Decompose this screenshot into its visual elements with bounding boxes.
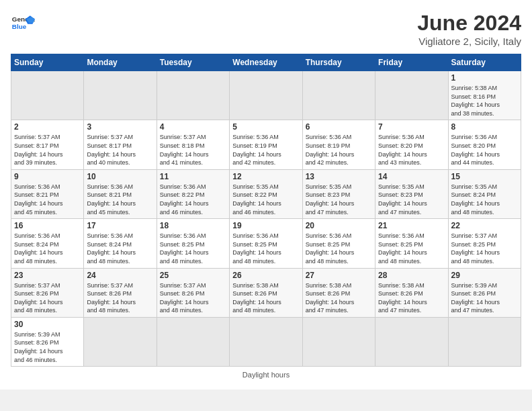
col-monday: Monday: [84, 54, 157, 71]
calendar-cell: 18Sunrise: 5:36 AM Sunset: 8:25 PM Dayli…: [157, 219, 229, 268]
day-info: Sunrise: 5:36 AM Sunset: 8:25 PM Dayligh…: [232, 232, 299, 265]
day-number: 21: [378, 221, 445, 230]
day-info: Sunrise: 5:36 AM Sunset: 8:21 PM Dayligh…: [87, 183, 153, 216]
logo: General Blue: [11, 11, 35, 35]
calendar-cell: 9Sunrise: 5:36 AM Sunset: 8:21 PM Daylig…: [11, 169, 84, 218]
calendar-cell: 5Sunrise: 5:36 AM Sunset: 8:19 PM Daylig…: [230, 120, 302, 169]
day-info: Sunrise: 5:36 AM Sunset: 8:19 PM Dayligh…: [306, 133, 372, 167]
day-number: 1: [451, 73, 518, 83]
calendar-cell: [230, 317, 302, 366]
day-info: Sunrise: 5:36 AM Sunset: 8:21 PM Dayligh…: [14, 183, 81, 216]
month-title: June 2024: [417, 11, 521, 36]
day-number: 22: [451, 221, 518, 230]
svg-text:Blue: Blue: [12, 23, 27, 30]
day-number: 29: [451, 271, 518, 280]
day-number: 7: [378, 122, 445, 132]
calendar-cell: 19Sunrise: 5:36 AM Sunset: 8:25 PM Dayli…: [230, 219, 302, 268]
day-info: Sunrise: 5:36 AM Sunset: 8:19 PM Dayligh…: [232, 133, 299, 167]
calendar-cell: [375, 71, 448, 120]
day-info: Sunrise: 5:37 AM Sunset: 8:26 PM Dayligh…: [87, 281, 153, 315]
day-info: Sunrise: 5:37 AM Sunset: 8:17 PM Dayligh…: [87, 133, 153, 167]
day-number: 14: [378, 172, 445, 181]
day-number: 2: [14, 122, 81, 132]
day-number: 27: [306, 271, 372, 280]
day-number: 5: [232, 122, 299, 132]
day-info: Sunrise: 5:35 AM Sunset: 8:22 PM Dayligh…: [232, 183, 299, 216]
day-info: Sunrise: 5:36 AM Sunset: 8:24 PM Dayligh…: [87, 232, 153, 265]
calendar-cell: 23Sunrise: 5:37 AM Sunset: 8:26 PM Dayli…: [11, 268, 84, 317]
calendar-cell: 22Sunrise: 5:37 AM Sunset: 8:25 PM Dayli…: [448, 219, 521, 268]
location-subtitle: Vigliatore 2, Sicily, Italy: [417, 36, 521, 47]
calendar-cell: [302, 317, 375, 366]
calendar-cell: 26Sunrise: 5:38 AM Sunset: 8:26 PM Dayli…: [230, 268, 302, 317]
calendar-cell: 12Sunrise: 5:35 AM Sunset: 8:22 PM Dayli…: [230, 169, 302, 218]
day-number: 6: [306, 122, 372, 132]
calendar-cell: 13Sunrise: 5:35 AM Sunset: 8:23 PM Dayli…: [302, 169, 375, 218]
day-number: 15: [451, 172, 518, 181]
calendar-cell: 16Sunrise: 5:36 AM Sunset: 8:24 PM Dayli…: [11, 219, 84, 268]
day-number: 13: [306, 172, 372, 181]
col-saturday: Saturday: [448, 54, 521, 71]
day-info: Sunrise: 5:36 AM Sunset: 8:25 PM Dayligh…: [378, 232, 445, 265]
day-number: 28: [378, 271, 445, 280]
calendar-cell: [230, 71, 302, 120]
day-number: 23: [14, 271, 81, 280]
calendar-cell: [157, 317, 229, 366]
calendar-cell: [448, 317, 521, 366]
calendar-cell: 8Sunrise: 5:36 AM Sunset: 8:20 PM Daylig…: [448, 120, 521, 169]
title-block: June 2024 Vigliatore 2, Sicily, Italy: [417, 11, 521, 47]
day-number: 9: [14, 172, 81, 181]
calendar-cell: 3Sunrise: 5:37 AM Sunset: 8:17 PM Daylig…: [84, 120, 157, 169]
col-sunday: Sunday: [11, 54, 84, 71]
calendar-cell: [84, 317, 157, 366]
calendar-cell: 7Sunrise: 5:36 AM Sunset: 8:20 PM Daylig…: [375, 120, 448, 169]
day-info: Sunrise: 5:36 AM Sunset: 8:24 PM Dayligh…: [14, 232, 81, 265]
day-number: 16: [14, 221, 81, 230]
day-info: Sunrise: 5:37 AM Sunset: 8:18 PM Dayligh…: [160, 133, 226, 167]
calendar-cell: 27Sunrise: 5:38 AM Sunset: 8:26 PM Dayli…: [302, 268, 375, 317]
day-info: Sunrise: 5:37 AM Sunset: 8:17 PM Dayligh…: [14, 133, 81, 167]
calendar-cell: [375, 317, 448, 366]
calendar-cell: 20Sunrise: 5:36 AM Sunset: 8:25 PM Dayli…: [302, 219, 375, 268]
day-number: 26: [232, 271, 299, 280]
day-info: Sunrise: 5:36 AM Sunset: 8:22 PM Dayligh…: [160, 183, 226, 216]
footer-note: Daylight hours: [11, 371, 521, 379]
calendar-cell: [157, 71, 229, 120]
calendar-cell: 25Sunrise: 5:37 AM Sunset: 8:26 PM Dayli…: [157, 268, 229, 317]
calendar-cell: 4Sunrise: 5:37 AM Sunset: 8:18 PM Daylig…: [157, 120, 229, 169]
calendar-cell: 28Sunrise: 5:38 AM Sunset: 8:26 PM Dayli…: [375, 268, 448, 317]
calendar-cell: 1Sunrise: 5:38 AM Sunset: 8:16 PM Daylig…: [448, 71, 521, 120]
calendar-cell: 6Sunrise: 5:36 AM Sunset: 8:19 PM Daylig…: [302, 120, 375, 169]
day-number: 10: [87, 172, 153, 181]
calendar-cell: 10Sunrise: 5:36 AM Sunset: 8:21 PM Dayli…: [84, 169, 157, 218]
calendar-cell: 15Sunrise: 5:35 AM Sunset: 8:24 PM Dayli…: [448, 169, 521, 218]
day-info: Sunrise: 5:38 AM Sunset: 8:26 PM Dayligh…: [378, 281, 445, 315]
day-number: 18: [160, 221, 226, 230]
day-info: Sunrise: 5:37 AM Sunset: 8:26 PM Dayligh…: [160, 281, 226, 315]
calendar-cell: 11Sunrise: 5:36 AM Sunset: 8:22 PM Dayli…: [157, 169, 229, 218]
day-number: 20: [306, 221, 372, 230]
day-info: Sunrise: 5:38 AM Sunset: 8:26 PM Dayligh…: [306, 281, 372, 315]
calendar-header-row: Sunday Monday Tuesday Wednesday Thursday…: [11, 54, 521, 71]
day-number: 12: [232, 172, 299, 181]
day-info: Sunrise: 5:36 AM Sunset: 8:25 PM Dayligh…: [306, 232, 372, 265]
day-info: Sunrise: 5:38 AM Sunset: 8:16 PM Dayligh…: [451, 84, 518, 118]
col-friday: Friday: [375, 54, 448, 71]
day-info: Sunrise: 5:39 AM Sunset: 8:26 PM Dayligh…: [14, 330, 81, 364]
day-number: 24: [87, 271, 153, 280]
day-number: 4: [160, 122, 226, 132]
calendar-cell: 2Sunrise: 5:37 AM Sunset: 8:17 PM Daylig…: [11, 120, 84, 169]
day-info: Sunrise: 5:35 AM Sunset: 8:23 PM Dayligh…: [306, 183, 372, 216]
day-number: 3: [87, 122, 153, 132]
day-info: Sunrise: 5:37 AM Sunset: 8:26 PM Dayligh…: [14, 281, 81, 315]
day-info: Sunrise: 5:36 AM Sunset: 8:20 PM Dayligh…: [378, 133, 445, 167]
day-info: Sunrise: 5:37 AM Sunset: 8:25 PM Dayligh…: [451, 232, 518, 265]
col-tuesday: Tuesday: [157, 54, 229, 71]
day-info: Sunrise: 5:38 AM Sunset: 8:26 PM Dayligh…: [232, 281, 299, 315]
calendar-cell: 24Sunrise: 5:37 AM Sunset: 8:26 PM Dayli…: [84, 268, 157, 317]
calendar-cell: 14Sunrise: 5:35 AM Sunset: 8:23 PM Dayli…: [375, 169, 448, 218]
calendar-cell: 29Sunrise: 5:39 AM Sunset: 8:26 PM Dayli…: [448, 268, 521, 317]
day-info: Sunrise: 5:39 AM Sunset: 8:26 PM Dayligh…: [451, 281, 518, 315]
day-number: 25: [160, 271, 226, 280]
calendar-cell: [84, 71, 157, 120]
